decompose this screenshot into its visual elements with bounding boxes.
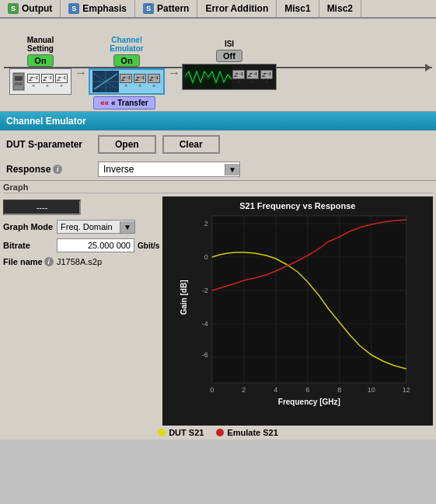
legend-dut: DUT S21 — [158, 428, 204, 437]
svg-text:-4: -4 — [202, 320, 208, 328]
transfer-arrows: «« — [100, 99, 111, 107]
graph-mode-input[interactable] — [58, 221, 120, 233]
response-info-icon[interactable]: i — [53, 165, 62, 174]
svg-rect-0 — [13, 73, 24, 90]
channel-emulator-label: ChannelEmulator — [110, 36, 143, 53]
graph-controls: Graph Mode ▼ Bitrate Gbit/s File name i … — [3, 196, 159, 426]
isi-wave-icon — [185, 65, 232, 89]
channel-emulator-bar: Channel Emulator — [0, 112, 436, 130]
graph-mode-dropdown[interactable]: ▼ — [57, 220, 135, 234]
manual-setting-toggle[interactable]: On — [27, 54, 53, 67]
graph-header: Graph — [3, 182, 433, 193]
graph-section: Graph Graph Mode ▼ Bitrate Gbit/s — [0, 181, 436, 440]
svg-text:Gain [dB]: Gain [dB] — [180, 280, 188, 315]
manual-setting-diagram: Z⁻¹+ Z⁻¹+ Z⁻¹+ — [9, 68, 72, 95]
signal-chain: ManualSetting On Z⁻¹+ Z⁻¹+ Z⁻¹+ → Channe… — [0, 19, 436, 112]
manual-setting-block: ManualSetting On Z⁻¹+ Z⁻¹+ Z⁻¹+ — [9, 36, 72, 95]
svg-text:Frequency [GHz]: Frequency [GHz] — [278, 398, 340, 406]
tab-emphasis[interactable]: S Emphasis — [61, 0, 135, 17]
ch-grid — [92, 71, 119, 92]
transfer-area: «« « Transfer — [93, 96, 155, 109]
svg-text:-2: -2 — [202, 287, 208, 294]
tab-pattern-icon: S — [143, 3, 154, 14]
manual-setting-label: ManualSetting — [27, 36, 54, 53]
graph-mode-row: Graph Mode ▼ — [3, 220, 159, 234]
tab-output[interactable]: S Output — [0, 0, 61, 17]
filename-label: File name i — [3, 257, 54, 266]
channel-emulator-diagram: Z⁻¹+ Z⁻¹+ Z⁻¹+ — [89, 68, 165, 95]
filename-value: J1758A.s2p — [57, 257, 102, 266]
response-label: Response i — [6, 164, 92, 175]
svg-text:8: 8 — [338, 386, 342, 394]
dut-sparam-row: DUT S-parameter Open Clear — [0, 130, 436, 158]
tab-misc2[interactable]: Misc2 — [319, 0, 361, 17]
svg-text:12: 12 — [403, 386, 410, 394]
filename-info-icon[interactable]: i — [44, 257, 54, 266]
svg-text:0: 0 — [211, 386, 215, 394]
display-input-row — [3, 200, 159, 215]
tab-pattern[interactable]: S Pattern — [135, 0, 197, 17]
svg-rect-2 — [15, 82, 23, 85]
graph-mode-arrow[interactable]: ▼ — [120, 221, 134, 233]
chart-container: S21 Frequency vs Response — [162, 196, 433, 426]
chart-legend: DUT S21 Emulate S21 — [3, 426, 433, 440]
bitrate-unit: Gbit/s — [138, 242, 159, 250]
tab-output-icon: S — [8, 3, 19, 14]
isi-toggle[interactable]: Off — [216, 50, 242, 62]
response-input[interactable] — [99, 162, 225, 176]
legend-emulate: Emulate S21 — [216, 428, 277, 437]
arrow2: → — [168, 66, 180, 80]
legend-dut-dot — [158, 429, 166, 436]
bitrate-input[interactable] — [57, 238, 134, 252]
isi-block: ISI Off Z⁻¹+ Z⁻¹+ Z⁻¹+ — [182, 40, 277, 90]
response-dropdown[interactable]: ▼ — [98, 162, 240, 177]
tab-misc1[interactable]: Misc1 — [277, 0, 319, 17]
tabs-bar: S Output S Emphasis S Pattern Error Addi… — [0, 0, 436, 19]
tab-emphasis-icon: S — [68, 3, 79, 14]
svg-text:-6: -6 — [202, 351, 208, 359]
isi-diagram: Z⁻¹+ Z⁻¹+ Z⁻¹+ — [182, 64, 277, 90]
filename-row: File name i J1758A.s2p — [3, 257, 159, 266]
graph-mode-label: Graph Mode — [3, 222, 54, 231]
svg-text:2: 2 — [242, 386, 246, 394]
response-row: Response i ▼ — [0, 158, 436, 181]
response-dropdown-arrow[interactable]: ▼ — [225, 164, 239, 176]
graph-area: Graph Mode ▼ Bitrate Gbit/s File name i … — [3, 196, 433, 426]
bitrate-label: Bitrate — [3, 241, 54, 250]
svg-text:4: 4 — [274, 386, 278, 394]
bitrate-row: Bitrate Gbit/s — [3, 238, 159, 252]
legend-emulate-dot — [216, 429, 224, 436]
svg-text:0: 0 — [204, 253, 208, 261]
chart-title: S21 Frequency vs Response — [240, 201, 356, 210]
open-button[interactable]: Open — [98, 135, 156, 154]
arrow1: → — [75, 66, 87, 80]
isi-label: ISI — [225, 40, 234, 48]
dut-sparam-label: DUT S-parameter — [6, 139, 92, 150]
display-input[interactable] — [3, 200, 81, 215]
channel-emulator-toggle[interactable]: On — [113, 54, 139, 67]
svg-rect-1 — [15, 76, 23, 81]
svg-text:2: 2 — [204, 220, 208, 228]
chart-svg: S21 Frequency vs Response — [162, 196, 433, 426]
clear-button[interactable]: Clear — [162, 135, 220, 154]
channel-emulator-block: ChannelEmulator On Z⁻¹+ Z⁻¹+ Z⁻¹+ — [89, 36, 165, 95]
svg-text:10: 10 — [368, 386, 375, 394]
tab-error-addition[interactable]: Error Addition — [197, 0, 277, 17]
svg-text:6: 6 — [306, 386, 310, 394]
transfer-button[interactable]: «« « Transfer — [93, 96, 155, 109]
